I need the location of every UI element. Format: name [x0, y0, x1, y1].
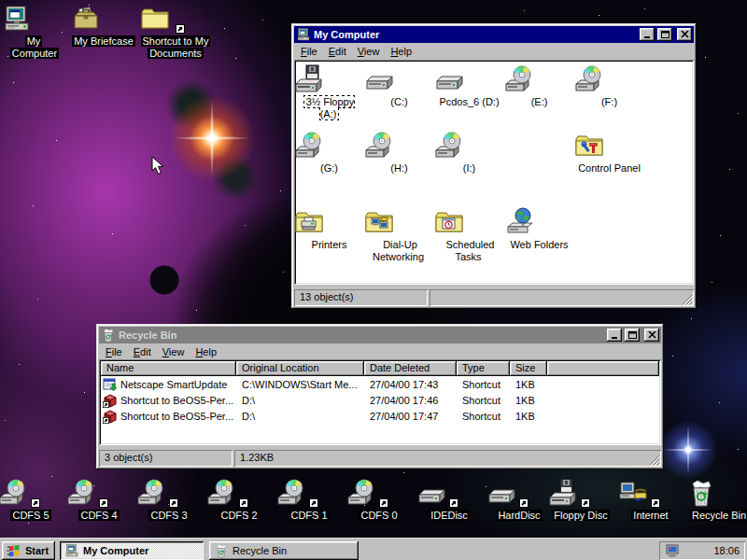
desktop-icon-my-briefcase[interactable]: My Briefcase [71, 4, 136, 48]
desktop-icon-cdfs-2[interactable]: CDFS 2 [206, 478, 272, 522]
drive-icon-f[interactable]: (F:) [574, 64, 644, 108]
window-title: Recycle Bin [119, 329, 604, 341]
drive-label: (F:) [599, 96, 619, 107]
drive-label: (I:) [461, 162, 477, 174]
menu-file[interactable]: File [100, 345, 128, 359]
task-label: My Computer [83, 545, 148, 556]
folder-icon-printers[interactable]: Printers [294, 207, 364, 251]
display-tray-icon[interactable] [665, 543, 680, 558]
maximize-button[interactable] [657, 28, 672, 41]
folder-label: Scheduled Tasks [444, 239, 495, 262]
maximize-button[interactable] [625, 329, 640, 342]
drive-icon-i[interactable]: (I:) [434, 131, 504, 175]
mouse-cursor [151, 156, 163, 175]
menu-view[interactable]: View [157, 345, 190, 359]
minimize-button[interactable] [607, 329, 622, 342]
folder-icon-control-panel[interactable]: Control Panel [574, 131, 644, 175]
drive-icon-floppy-a[interactable]: 3½ Floppy (A:) [294, 64, 364, 120]
desktop-icon-recycle-bin[interactable]: Recycle Bin [686, 478, 747, 522]
menu-view[interactable]: View [352, 45, 386, 59]
folder-icon-dialup-networking[interactable]: Dial-Up Networking [364, 207, 434, 263]
cell-name: Netscape SmartUpdate [120, 379, 227, 390]
start-button[interactable]: Start [2, 541, 55, 560]
cd-drive-icon [276, 478, 342, 508]
hard-drive-icon [434, 64, 504, 94]
drive-icon-c[interactable]: (C:) [364, 64, 434, 108]
netscape-shortcut-icon [103, 377, 118, 392]
folder-icon-scheduled-tasks[interactable]: Scheduled Tasks [434, 207, 504, 263]
column-header-date-deleted[interactable]: Date Deleted [364, 361, 457, 376]
drive-icon-h[interactable]: (H:) [364, 131, 434, 175]
minimize-button[interactable] [640, 28, 655, 41]
desktop-icon-harddisc[interactable]: HardDisc [486, 478, 552, 522]
close-button[interactable] [677, 28, 692, 41]
briefcase-icon [71, 4, 136, 34]
cell-name: Shortcut to BeOS5-Per... [120, 395, 233, 406]
desktop-icon-cdfs-5[interactable]: CDFS 5 [0, 478, 63, 522]
recycle-bin-icon [686, 478, 747, 508]
drive-icon-e[interactable]: (E:) [504, 64, 574, 108]
menu-help[interactable]: Help [385, 45, 417, 59]
menu-edit[interactable]: Edit [323, 45, 352, 59]
status-bar: 3 object(s) 1.23KB [99, 448, 661, 467]
recycle-bin-titlebar[interactable]: Recycle Bin [99, 327, 661, 343]
shortcut-arrow-icon [176, 24, 185, 34]
cell-type: Shortcut [457, 411, 510, 422]
recycle-bin-icon [101, 328, 116, 343]
column-header-size[interactable]: Size [510, 361, 547, 376]
taskbar-task-my-computer[interactable]: My Computer [60, 541, 204, 560]
status-total-size: 1.23KB [234, 450, 661, 467]
desktop-icon-idedisc[interactable]: IDEDisc [416, 478, 482, 522]
desktop-icon-floppy-disc[interactable]: Floppy Disc [548, 478, 613, 522]
folder-shortcut-icon [140, 4, 211, 34]
table-row[interactable]: Shortcut to BeOS5-Per... D:\ 27/04/00 17… [101, 408, 659, 424]
taskbar-clock[interactable]: 18:06 [713, 545, 740, 556]
resize-grip[interactable] [649, 455, 660, 466]
folder-label: Web Folders [508, 239, 570, 250]
menu-bar: File Edit View Help [295, 44, 693, 59]
menu-bar: File Edit View Help [100, 344, 660, 359]
column-header-name[interactable]: Name [101, 361, 236, 376]
shortcut-arrow-icon [239, 498, 248, 508]
desktop-icon-cdfs-0[interactable]: CDFS 0 [346, 478, 412, 522]
table-row[interactable]: Netscape SmartUpdate C:\WINDOWS\Start Me… [101, 376, 659, 392]
desktop-icon-shortcut-to-my-documents[interactable]: Shortcut to My Documents [140, 4, 211, 60]
desktop-icon-label: CDFS 3 [148, 510, 189, 521]
desktop-icon-cdfs-4[interactable]: CDFS 4 [66, 478, 132, 522]
shortcut-arrow-icon [103, 417, 109, 424]
desktop-icon-cdfs-1[interactable]: CDFS 1 [276, 478, 342, 522]
folder-icon-web-folders[interactable]: Web Folders [504, 207, 574, 251]
desktop-icon-internet[interactable]: Internet [618, 478, 684, 522]
menu-help[interactable]: Help [190, 345, 222, 359]
drive-icon-g[interactable]: (G:) [294, 131, 364, 175]
status-panel-empty [430, 289, 694, 306]
desktop-icon-cdfs-3[interactable]: CDFS 3 [136, 478, 202, 522]
close-button[interactable] [644, 329, 659, 342]
cd-drive-icon [136, 478, 202, 508]
cell-type: Shortcut [457, 379, 510, 390]
menu-edit[interactable]: Edit [128, 345, 157, 359]
drive-icon-d[interactable]: Pcdos_6 (D:) [434, 64, 504, 108]
hard-drive-icon [364, 64, 434, 94]
status-object-count: 3 object(s) [99, 450, 233, 467]
column-header-type[interactable]: Type [457, 361, 510, 376]
starfield [0, 0, 1, 1]
cell-date-deleted: 27/04/00 17:43 [364, 379, 457, 390]
cell-original-location: D:\ [236, 411, 364, 422]
cd-drive-icon [434, 131, 504, 161]
resize-grip[interactable] [682, 294, 693, 305]
my-computer-titlebar[interactable]: My Computer [294, 26, 694, 43]
desktop-icon-my-computer[interactable]: My Computer [2, 4, 67, 60]
menu-file[interactable]: File [295, 45, 323, 59]
drive-label: (E:) [529, 96, 550, 107]
desktop-icon-label: My Briefcase [72, 35, 135, 47]
cd-drive-icon [346, 478, 412, 508]
column-header-original-location[interactable]: Original Location [236, 361, 364, 376]
table-row[interactable]: Shortcut to BeOS5-Per... D:\ 27/04/00 17… [101, 392, 659, 408]
hard-drive-icon [486, 478, 552, 508]
desktop-icon-label: CDFS 4 [78, 510, 119, 521]
taskbar-task-recycle-bin[interactable]: Recycle Bin [209, 541, 359, 560]
cd-drive-icon [294, 131, 364, 161]
shortcut-arrow-icon [99, 498, 108, 508]
hard-drive-icon [416, 478, 482, 508]
